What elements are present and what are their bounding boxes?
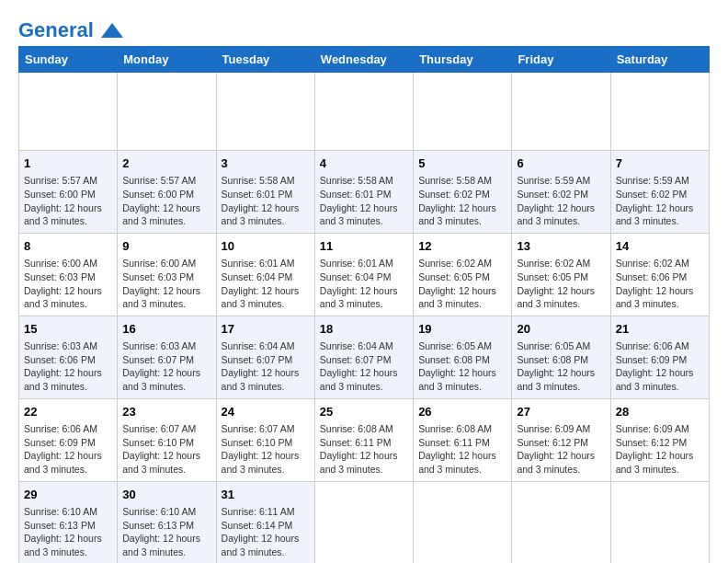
week-row-5: 22Sunrise: 6:06 AM Sunset: 6:09 PM Dayli… [19, 398, 710, 481]
day-cell: 11Sunrise: 6:01 AM Sunset: 6:04 PM Dayli… [314, 233, 413, 316]
day-info: Sunrise: 5:59 AM Sunset: 6:02 PM Dayligh… [616, 174, 704, 228]
day-cell: 2Sunrise: 5:57 AM Sunset: 6:00 PM Daylig… [118, 151, 216, 234]
day-number: 4 [320, 155, 408, 172]
day-info: Sunrise: 6:08 AM Sunset: 6:11 PM Dayligh… [320, 422, 408, 477]
day-cell: 22Sunrise: 6:06 AM Sunset: 6:09 PM Dayli… [19, 398, 118, 481]
day-number: 30 [122, 487, 210, 503]
day-info: Sunrise: 6:10 AM Sunset: 6:13 PM Dayligh… [24, 505, 112, 559]
day-cell: 3Sunrise: 5:58 AM Sunset: 6:01 PM Daylig… [216, 151, 314, 234]
day-cell: 4Sunrise: 5:58 AM Sunset: 6:01 PM Daylig… [314, 151, 413, 234]
day-cell: 10Sunrise: 6:01 AM Sunset: 6:04 PM Dayli… [216, 233, 314, 316]
day-info: Sunrise: 6:01 AM Sunset: 6:04 PM Dayligh… [320, 257, 408, 311]
week-row-4: 15Sunrise: 6:03 AM Sunset: 6:06 PM Dayli… [19, 316, 710, 398]
day-cell [512, 73, 610, 151]
day-cell: 9Sunrise: 6:00 AM Sunset: 6:03 PM Daylig… [118, 233, 216, 316]
day-number: 31 [222, 487, 310, 503]
col-header-friday: Friday [512, 47, 610, 73]
day-number: 24 [222, 404, 310, 420]
logo-text: General [18, 18, 125, 42]
day-cell [610, 481, 709, 563]
col-header-tuesday: Tuesday [216, 47, 314, 73]
day-info: Sunrise: 6:05 AM Sunset: 6:08 PM Dayligh… [418, 339, 506, 394]
day-info: Sunrise: 6:06 AM Sunset: 6:09 PM Dayligh… [24, 422, 112, 477]
day-cell: 7Sunrise: 5:59 AM Sunset: 6:02 PM Daylig… [610, 151, 709, 234]
day-number: 18 [320, 321, 408, 338]
day-number: 7 [616, 155, 704, 172]
day-cell: 19Sunrise: 6:05 AM Sunset: 6:08 PM Dayli… [414, 316, 512, 398]
day-info: Sunrise: 6:03 AM Sunset: 6:07 PM Dayligh… [122, 339, 210, 394]
day-cell: 30Sunrise: 6:10 AM Sunset: 6:13 PM Dayli… [118, 481, 216, 563]
day-cell: 16Sunrise: 6:03 AM Sunset: 6:07 PM Dayli… [118, 316, 216, 398]
day-info: Sunrise: 6:02 AM Sunset: 6:05 PM Dayligh… [517, 257, 605, 311]
day-cell [118, 73, 216, 151]
day-number: 2 [122, 155, 210, 172]
day-info: Sunrise: 6:06 AM Sunset: 6:09 PM Dayligh… [616, 339, 704, 394]
day-cell [512, 481, 610, 563]
day-number: 20 [517, 321, 605, 338]
day-info: Sunrise: 5:57 AM Sunset: 6:00 PM Dayligh… [24, 174, 112, 228]
day-info: Sunrise: 6:07 AM Sunset: 6:10 PM Dayligh… [222, 422, 310, 477]
logo-icon [99, 21, 125, 41]
day-number: 29 [24, 487, 112, 503]
day-cell: 29Sunrise: 6:10 AM Sunset: 6:13 PM Dayli… [19, 481, 118, 563]
day-cell: 24Sunrise: 6:07 AM Sunset: 6:10 PM Dayli… [216, 398, 314, 481]
day-info: Sunrise: 6:02 AM Sunset: 6:06 PM Dayligh… [616, 257, 704, 311]
day-cell: 23Sunrise: 6:07 AM Sunset: 6:10 PM Dayli… [118, 398, 216, 481]
week-row-2: 1Sunrise: 5:57 AM Sunset: 6:00 PM Daylig… [19, 151, 710, 234]
day-info: Sunrise: 6:11 AM Sunset: 6:14 PM Dayligh… [222, 505, 310, 559]
day-cell: 1Sunrise: 5:57 AM Sunset: 6:00 PM Daylig… [19, 151, 118, 234]
day-number: 16 [122, 321, 210, 338]
day-info: Sunrise: 6:09 AM Sunset: 6:12 PM Dayligh… [517, 422, 605, 477]
day-cell [314, 481, 413, 563]
day-cell: 13Sunrise: 6:02 AM Sunset: 6:05 PM Dayli… [512, 233, 610, 316]
day-number: 11 [320, 238, 408, 255]
day-info: Sunrise: 6:03 AM Sunset: 6:06 PM Dayligh… [24, 339, 112, 394]
day-cell: 14Sunrise: 6:02 AM Sunset: 6:06 PM Dayli… [610, 233, 709, 316]
day-cell [414, 481, 512, 563]
day-cell: 21Sunrise: 6:06 AM Sunset: 6:09 PM Dayli… [610, 316, 709, 398]
day-cell: 17Sunrise: 6:04 AM Sunset: 6:07 PM Dayli… [216, 316, 314, 398]
day-info: Sunrise: 6:04 AM Sunset: 6:07 PM Dayligh… [222, 339, 310, 394]
day-info: Sunrise: 5:57 AM Sunset: 6:00 PM Dayligh… [122, 174, 210, 228]
day-number: 22 [24, 404, 112, 420]
header: General [18, 18, 710, 37]
day-cell [216, 73, 314, 151]
day-info: Sunrise: 5:58 AM Sunset: 6:01 PM Dayligh… [222, 174, 310, 228]
day-cell: 26Sunrise: 6:08 AM Sunset: 6:11 PM Dayli… [414, 398, 512, 481]
day-info: Sunrise: 6:07 AM Sunset: 6:10 PM Dayligh… [122, 422, 210, 477]
day-number: 10 [222, 238, 310, 255]
calendar-header-row: SundayMondayTuesdayWednesdayThursdayFrid… [19, 47, 710, 73]
day-info: Sunrise: 6:00 AM Sunset: 6:03 PM Dayligh… [122, 257, 210, 311]
day-cell [610, 73, 709, 151]
day-number: 3 [222, 155, 310, 172]
day-cell: 25Sunrise: 6:08 AM Sunset: 6:11 PM Dayli… [314, 398, 413, 481]
day-number: 6 [517, 155, 605, 172]
day-info: Sunrise: 5:59 AM Sunset: 6:02 PM Dayligh… [517, 174, 605, 228]
col-header-saturday: Saturday [610, 47, 709, 73]
week-row-1 [19, 73, 710, 151]
day-info: Sunrise: 5:58 AM Sunset: 6:01 PM Dayligh… [320, 174, 408, 228]
day-info: Sunrise: 6:02 AM Sunset: 6:05 PM Dayligh… [418, 257, 506, 311]
col-header-monday: Monday [118, 47, 216, 73]
day-number: 5 [418, 155, 506, 172]
day-number: 19 [418, 321, 506, 338]
day-number: 14 [616, 238, 704, 255]
day-info: Sunrise: 6:05 AM Sunset: 6:08 PM Dayligh… [517, 339, 605, 394]
week-row-3: 8Sunrise: 6:00 AM Sunset: 6:03 PM Daylig… [19, 233, 710, 316]
day-cell: 12Sunrise: 6:02 AM Sunset: 6:05 PM Dayli… [414, 233, 512, 316]
day-number: 26 [418, 404, 506, 420]
day-number: 25 [320, 404, 408, 420]
day-number: 21 [616, 321, 704, 338]
day-number: 1 [24, 155, 112, 172]
day-cell [414, 73, 512, 151]
col-header-sunday: Sunday [19, 47, 118, 73]
day-info: Sunrise: 6:10 AM Sunset: 6:13 PM Dayligh… [122, 505, 210, 559]
day-number: 13 [517, 238, 605, 255]
day-number: 28 [616, 404, 704, 420]
logo: General [18, 18, 125, 37]
day-cell: 5Sunrise: 5:58 AM Sunset: 6:02 PM Daylig… [414, 151, 512, 234]
day-number: 15 [24, 321, 112, 338]
day-cell: 28Sunrise: 6:09 AM Sunset: 6:12 PM Dayli… [610, 398, 709, 481]
day-cell [19, 73, 118, 151]
day-cell: 15Sunrise: 6:03 AM Sunset: 6:06 PM Dayli… [19, 316, 118, 398]
